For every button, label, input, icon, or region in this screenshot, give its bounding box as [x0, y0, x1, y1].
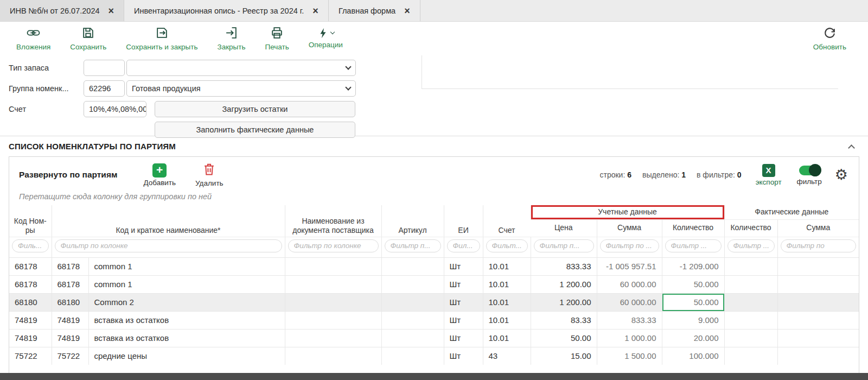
cell[interactable]: 74819: [52, 311, 88, 329]
cell[interactable]: [777, 311, 859, 329]
fill-actual-data-button[interactable]: Заполнить фактические данные: [155, 122, 355, 138]
cell[interactable]: 60 000.00: [597, 275, 662, 293]
cell[interactable]: [777, 257, 859, 275]
cell[interactable]: 50.000: [662, 293, 724, 311]
col-header-account[interactable]: Счет: [483, 205, 531, 237]
close-icon[interactable]: ×: [312, 6, 318, 16]
cell[interactable]: common 1: [88, 257, 285, 275]
table-row[interactable]: 6818068180Common 2Шт10.011 200.0060 000.…: [9, 293, 859, 311]
save-and-close-button[interactable]: Сохранить и закрыть: [126, 26, 197, 51]
operations-button[interactable]: Операции: [309, 26, 343, 49]
cell[interactable]: 74819: [9, 311, 52, 329]
delete-row-button[interactable]: Удалить: [195, 162, 224, 187]
filter-input-actual-quantity[interactable]: [727, 239, 775, 252]
col-header-actual-quantity[interactable]: Количество: [724, 219, 777, 237]
col-header-article[interactable]: Артикул: [381, 205, 444, 237]
close-button[interactable]: Закрыть: [218, 26, 246, 51]
cell[interactable]: [285, 293, 381, 311]
filter-input-code-name[interactable]: [55, 239, 282, 252]
tab-document[interactable]: ИНВ №б/н от 26.07.2024 ×: [0, 0, 124, 21]
gear-icon[interactable]: ⚙: [835, 168, 848, 182]
filter-input-supplier-doc-name[interactable]: [288, 239, 379, 252]
cell[interactable]: [381, 293, 444, 311]
filter-input-code[interactable]: [12, 239, 49, 252]
cell[interactable]: вставка из остатков: [88, 329, 285, 347]
cell[interactable]: [381, 257, 444, 275]
cell[interactable]: 50.000: [662, 275, 724, 293]
stock-type-code-field[interactable]: [84, 60, 125, 76]
cell[interactable]: 43: [483, 347, 531, 365]
filter-input-amount[interactable]: [600, 239, 659, 252]
cell[interactable]: [777, 347, 859, 365]
cell[interactable]: [777, 275, 859, 293]
cell[interactable]: 60 000.00: [597, 293, 662, 311]
toggle-on-icon[interactable]: [799, 166, 820, 175]
cell[interactable]: [724, 275, 777, 293]
filter-input-quantity[interactable]: [665, 239, 722, 252]
cell[interactable]: -1 005 957.51: [597, 257, 662, 275]
cell[interactable]: [285, 257, 381, 275]
load-balances-button[interactable]: Загрузить остатки: [155, 101, 355, 117]
col-header-price[interactable]: Цена: [531, 219, 597, 237]
cell[interactable]: 100.000: [662, 347, 724, 365]
col-header-actual-amount[interactable]: Сумма: [777, 219, 859, 237]
cell[interactable]: 1 500.00: [597, 347, 662, 365]
filter-input-article[interactable]: [385, 239, 441, 252]
table-row[interactable]: 6817868178common 1Шт10.011 200.0060 000.…: [9, 275, 859, 293]
cell[interactable]: 10.01: [483, 275, 531, 293]
filter-input-actual-amount[interactable]: [781, 239, 856, 252]
nomenclature-group-dropdown[interactable]: Готовая продукция: [126, 80, 356, 97]
cell[interactable]: common 1: [88, 275, 285, 293]
cell[interactable]: вставка из остатков: [88, 311, 285, 329]
cell[interactable]: 833.33: [597, 311, 662, 329]
cell[interactable]: Common 2: [88, 293, 285, 311]
tab-main-form[interactable]: Главная форма ×: [329, 0, 420, 21]
cell[interactable]: Шт: [444, 311, 483, 329]
cell[interactable]: 10.01: [483, 329, 531, 347]
nomenclature-group-code-field[interactable]: 62296: [84, 80, 125, 97]
cell[interactable]: Шт: [444, 293, 483, 311]
attachments-button[interactable]: Вложения: [16, 26, 50, 51]
col-header-amount[interactable]: Сумма: [597, 219, 662, 237]
filter-input-account[interactable]: [486, 239, 528, 252]
cell[interactable]: [777, 293, 859, 311]
cell[interactable]: 1 200.00: [531, 293, 597, 311]
filter-input-unit[interactable]: [447, 239, 480, 252]
cell[interactable]: Шт: [444, 347, 483, 365]
filter-input-price[interactable]: [534, 239, 594, 252]
cell[interactable]: 20.000: [662, 329, 724, 347]
stock-type-dropdown[interactable]: [126, 60, 356, 76]
col-header-quantity[interactable]: Количество: [662, 219, 724, 237]
filter-toggle[interactable]: фильтр: [797, 164, 822, 186]
cell[interactable]: 9.000: [662, 311, 724, 329]
cell[interactable]: [285, 275, 381, 293]
cell[interactable]: -1 209.000: [662, 257, 724, 275]
cell[interactable]: [285, 347, 381, 365]
table-row[interactable]: 7481974819вставка из остатковШт10.0183.3…: [9, 311, 859, 329]
cell[interactable]: 83.33: [531, 311, 597, 329]
account-field[interactable]: 10%,4%,08%,00: [84, 101, 146, 117]
cell[interactable]: [777, 329, 859, 347]
table-row[interactable]: 7572275722средние ценыШт4315.001 500.001…: [9, 347, 859, 365]
cell[interactable]: 68180: [52, 293, 88, 311]
col-header-unit[interactable]: ЕИ: [444, 205, 483, 237]
table-row[interactable]: 6817868178common 1Шт10.01833.33-1 005 95…: [9, 257, 859, 275]
cell[interactable]: 68178: [52, 275, 88, 293]
close-icon[interactable]: ×: [404, 6, 410, 16]
table-row[interactable]: 7481974819вставка из остатковШт10.0150.0…: [9, 329, 859, 347]
cell[interactable]: [381, 329, 444, 347]
cell[interactable]: [724, 293, 777, 311]
close-icon[interactable]: ×: [108, 6, 114, 16]
cell[interactable]: [724, 257, 777, 275]
col-header-code[interactable]: Код Ном-ры: [9, 205, 52, 237]
tab-register[interactable]: Инвентаризационная опись - Реестр за 202…: [124, 0, 329, 21]
collapse-section-icon[interactable]: [848, 144, 855, 151]
cell[interactable]: [724, 311, 777, 329]
cell[interactable]: [724, 347, 777, 365]
col-header-code-name[interactable]: Код и краткое наименование*: [52, 205, 285, 237]
cell[interactable]: 75722: [9, 347, 52, 365]
cell[interactable]: средние цены: [88, 347, 285, 365]
cell[interactable]: 1 000.00: [597, 329, 662, 347]
cell[interactable]: 68178: [52, 257, 88, 275]
print-button[interactable]: Печать: [265, 26, 289, 51]
